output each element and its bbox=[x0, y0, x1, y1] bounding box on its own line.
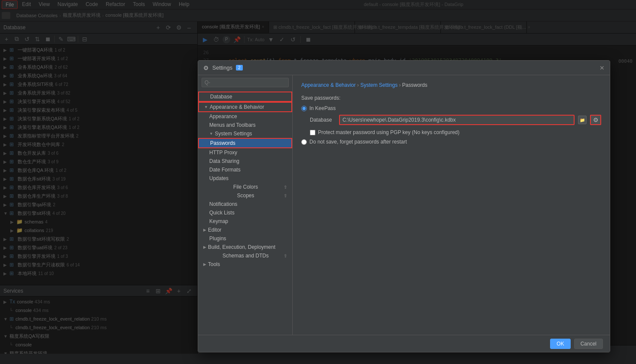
settings-plugins-label: Plugins bbox=[209, 236, 226, 242]
settings-plugins-group[interactable]: Plugins bbox=[198, 234, 292, 243]
protect-master-label: Protect master password using PGP key (N… bbox=[318, 129, 459, 135]
browse-folder-icon[interactable]: 📁 bbox=[578, 116, 587, 124]
settings-database-group[interactable]: Database bbox=[198, 92, 292, 102]
dialog-content-area: Appearance & Behavior › System Settings … bbox=[293, 75, 610, 335]
in-keepass-radio[interactable] bbox=[301, 106, 307, 111]
in-keepass-option[interactable]: In KeePass bbox=[301, 105, 601, 111]
settings-date-formats-label: Date Formats bbox=[209, 167, 241, 173]
dialog-tab-indicator: 2 bbox=[236, 65, 243, 70]
in-keepass-label: In KeePass bbox=[309, 105, 336, 111]
ok-button[interactable]: OK bbox=[550, 339, 570, 349]
content-breadcrumb: Appearance & Behavior › System Settings … bbox=[301, 82, 601, 88]
settings-menus-toolbars-label: Menus and Toolbars bbox=[209, 122, 256, 128]
settings-database-label: Database bbox=[210, 94, 232, 100]
settings-updates-item[interactable]: Updates bbox=[198, 174, 292, 183]
settings-file-colors-group[interactable]: File Colors ⇧ bbox=[198, 183, 292, 191]
settings-tree: Database Appearance & Behavior Appearanc… bbox=[198, 90, 292, 335]
dialog-body: Database Appearance & Behavior Appearanc… bbox=[198, 75, 610, 335]
settings-quick-lists-group[interactable]: Quick Lists bbox=[198, 208, 292, 217]
settings-date-formats-item[interactable]: Date Formats bbox=[198, 165, 292, 174]
settings-search-input[interactable] bbox=[202, 78, 289, 87]
settings-appearance-behavior-group[interactable]: Appearance & Behavior bbox=[198, 102, 292, 112]
breadcrumb-passwords: Passwords bbox=[402, 82, 428, 88]
cancel-button[interactable]: Cancel bbox=[574, 339, 603, 349]
settings-file-colors-shortcut: ⇧ bbox=[284, 185, 287, 190]
settings-scopes-group[interactable]: Scopes ⇧ bbox=[198, 191, 292, 200]
settings-appearance-item[interactable]: Appearance bbox=[198, 112, 292, 121]
settings-schemas-shortcut: ⇧ bbox=[284, 254, 287, 258]
database-field-row: Database 📁 ⚙ bbox=[310, 115, 601, 125]
bc-sep-2: › bbox=[399, 82, 402, 88]
no-save-radio[interactable] bbox=[301, 139, 307, 145]
settings-system-settings-label: System Settings bbox=[215, 131, 252, 137]
settings-build-label: Build, Execution, Deployment bbox=[208, 244, 275, 250]
settings-gear-button[interactable]: ⚙ bbox=[590, 115, 601, 125]
save-passwords-label: Save passwords: bbox=[301, 95, 601, 101]
settings-dialog-overlay: ⚙ Settings 2 ✕ Database Appear bbox=[0, 0, 636, 364]
no-save-label: Do not save, forget passwords after rest… bbox=[309, 139, 407, 145]
settings-passwords-label: Passwords bbox=[210, 140, 235, 146]
settings-http-proxy-item[interactable]: HTTP Proxy bbox=[198, 148, 292, 157]
no-save-option[interactable]: Do not save, forget passwords after rest… bbox=[301, 139, 601, 145]
settings-scopes-label: Scopes bbox=[237, 193, 254, 199]
settings-appearance-label: Appearance bbox=[209, 113, 237, 119]
settings-notifications-group[interactable]: Notifications bbox=[198, 200, 292, 208]
settings-notifications-label: Notifications bbox=[209, 201, 237, 207]
dialog-close-button[interactable]: ✕ bbox=[599, 64, 605, 71]
dialog-search-area bbox=[198, 75, 292, 90]
settings-tools-label: Tools bbox=[208, 261, 220, 267]
settings-updates-label: Updates bbox=[209, 175, 229, 181]
settings-quick-lists-label: Quick Lists bbox=[209, 210, 235, 216]
save-passwords-section: Save passwords: In KeePass Database 📁 ⚙ bbox=[301, 95, 601, 145]
dialog-sidebar: Database Appearance & Behavior Appearanc… bbox=[198, 75, 293, 335]
settings-dialog: ⚙ Settings 2 ✕ Database Appear bbox=[198, 60, 610, 352]
settings-tools-group[interactable]: Tools bbox=[198, 260, 292, 269]
radio-group: In KeePass Database 📁 ⚙ Protect master p… bbox=[301, 105, 601, 145]
settings-data-sharing-item[interactable]: Data Sharing bbox=[198, 157, 292, 165]
dialog-footer: OK Cancel bbox=[198, 335, 610, 352]
protect-master-checkbox[interactable] bbox=[310, 130, 315, 135]
settings-scopes-shortcut: ⇧ bbox=[284, 193, 287, 198]
settings-system-settings-group[interactable]: System Settings bbox=[198, 129, 292, 138]
settings-build-group[interactable]: Build, Execution, Deployment bbox=[198, 243, 292, 251]
settings-schemas-group[interactable]: Schemas and DTDs ⇧ bbox=[198, 251, 292, 260]
dialog-title-bar: ⚙ Settings 2 ✕ bbox=[198, 61, 610, 75]
settings-appearance-behavior-label: Appearance & Behavior bbox=[210, 104, 264, 110]
settings-menus-toolbars-item[interactable]: Menus and Toolbars bbox=[198, 121, 292, 129]
settings-schemas-label: Schemas and DTDs bbox=[223, 253, 269, 259]
dialog-title-text: Settings bbox=[212, 64, 232, 71]
protect-master-row: Protect master password using PGP key (N… bbox=[310, 129, 601, 135]
settings-passwords-item[interactable]: Passwords bbox=[198, 138, 292, 148]
settings-icon-title: ⚙ bbox=[203, 64, 209, 71]
settings-editor-group[interactable]: Editor bbox=[198, 226, 292, 234]
database-field-label: Database bbox=[310, 117, 336, 123]
settings-file-colors-label: File Colors bbox=[233, 184, 258, 190]
settings-keymap-label: Keymap bbox=[209, 218, 228, 224]
database-field-input[interactable] bbox=[339, 115, 575, 125]
settings-keymap-group[interactable]: Keymap bbox=[198, 217, 292, 226]
breadcrumb-system[interactable]: System Settings bbox=[360, 82, 398, 88]
settings-data-sharing-label: Data Sharing bbox=[209, 158, 239, 164]
dialog-title: ⚙ Settings 2 bbox=[203, 64, 599, 71]
settings-http-proxy-label: HTTP Proxy bbox=[209, 150, 237, 156]
breadcrumb-appearance[interactable]: Appearance & Behavior bbox=[301, 82, 356, 88]
settings-editor-label: Editor bbox=[208, 227, 221, 233]
